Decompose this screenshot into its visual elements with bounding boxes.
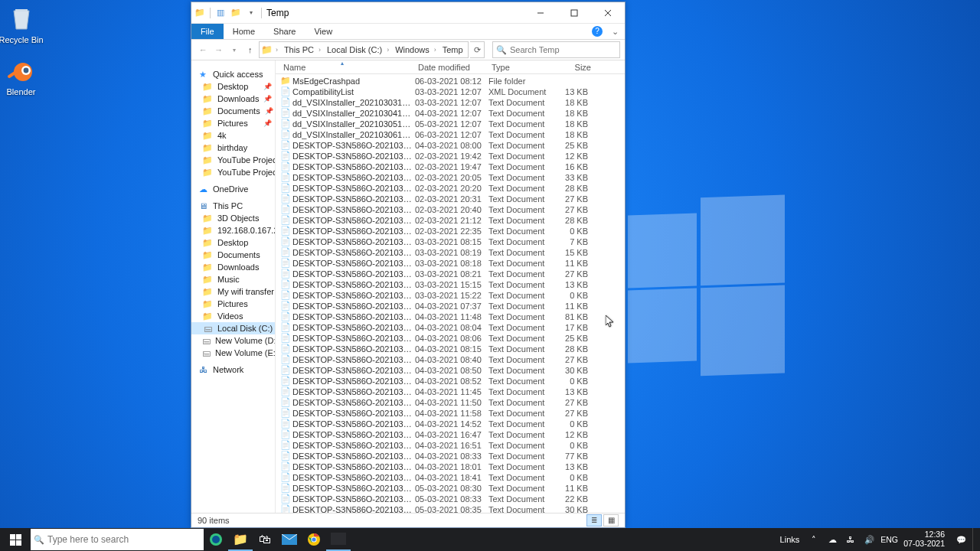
sidebar-item[interactable]: 📁My wifi transfer	[191, 285, 275, 298]
refresh-button[interactable]: ⟳	[470, 41, 485, 58]
taskbar-search-input[interactable]	[47, 534, 201, 545]
file-row[interactable]: 📄DESKTOP-S3N586O-20210302-194602-03-2021…	[280, 161, 625, 172]
sidebar-item[interactable]: 📁YouTube Projects	[191, 154, 275, 166]
tray-chevron-up-icon[interactable]: ˄	[807, 535, 821, 544]
file-row[interactable]: 📄DESKTOP-S3N586O-20210302-211202-03-2021…	[280, 215, 625, 226]
up-button[interactable]: ↑	[243, 42, 256, 57]
thumbnail-view-button[interactable]: ▦	[603, 514, 619, 527]
tray-language[interactable]: ENG	[880, 535, 894, 544]
sidebar-item[interactable]: 🖴New Volume (E:)	[191, 347, 275, 359]
back-button[interactable]: ←	[196, 42, 210, 57]
desktop-icon-blender[interactable]: Blender	[0, 52, 50, 96]
sidebar-item[interactable]: 📁Pictures📌	[191, 117, 275, 129]
file-row[interactable]: 📄DESKTOP-S3N586O-20210304-085004-03-2021…	[280, 365, 625, 376]
tab-home[interactable]: Home	[224, 24, 264, 39]
ribbon-expand-icon[interactable]: ⌄	[606, 24, 625, 39]
sidebar-item[interactable]: 🖴Local Disk (C:)	[191, 322, 275, 334]
file-row[interactable]: 📄DESKTOP-S3N586O-20210305-083005-03-2021…	[280, 483, 625, 494]
show-desktop-button[interactable]	[972, 528, 977, 551]
address-bar[interactable]: 📁 › This PC › Local Disk (C:) › Windows …	[259, 41, 469, 58]
file-row[interactable]: 📄DESKTOP-S3N586O-20210302-201902-03-2021…	[280, 183, 625, 194]
file-row[interactable]: 📄DESKTOP-S3N586O-20210304-080604-03-2021…	[280, 333, 625, 344]
titlebar[interactable]: 📁 ▥ 📁 ▾ Temp	[191, 2, 625, 24]
file-row[interactable]: 📄DESKTOP-S3N586O-20210302-194202-03-2021…	[280, 151, 625, 161]
help-button[interactable]: ?	[589, 24, 606, 39]
start-button[interactable]	[0, 528, 31, 551]
desktop[interactable]: Recycle Bin Blender 📁 ▥ 📁 ▾ Temp	[0, 0, 980, 551]
file-row[interactable]: 📄dd_VSIXInstaller_20210303120719_271403-…	[280, 97, 625, 108]
file-row[interactable]: 📄DESKTOP-S3N586O-20210304-073704-03-2021…	[280, 301, 625, 311]
taskbar-mail[interactable]	[277, 528, 302, 551]
file-row[interactable]: 📄CompatibilityList03-03-2021 12:07XML Do…	[280, 86, 625, 97]
chevron-right-icon[interactable]: ›	[317, 46, 322, 54]
file-row[interactable]: 📄DESKTOP-S3N586O-20210303-0818a03-03-202…	[280, 258, 625, 269]
file-row[interactable]: 📁MsEdgeCrashpad06-03-2021 08:12File fold…	[280, 76, 625, 86]
sidebar-item[interactable]: 📁Music	[191, 273, 275, 285]
column-name[interactable]: Name▴	[283, 63, 418, 72]
forward-button[interactable]: →	[211, 42, 225, 57]
file-row[interactable]: 📄DESKTOP-S3N586O-20210305-083305-03-2021…	[280, 494, 625, 504]
taskbar-search[interactable]: 🔍	[31, 529, 204, 550]
tab-share[interactable]: Share	[264, 24, 305, 39]
nav-sidebar[interactable]: ★Quick access 📁Desktop📌📁Downloads📌📁Docum…	[191, 60, 276, 512]
breadcrumb-temp[interactable]: Temp	[438, 45, 466, 54]
chevron-right-icon[interactable]: ›	[433, 46, 438, 54]
desktop-icon-recycle-bin[interactable]: Recycle Bin	[0, 0, 50, 44]
file-row[interactable]: 📄DESKTOP-S3N586O-20210302-200502-03-2021…	[280, 172, 625, 183]
file-row[interactable]: 📄DESKTOP-S3N586O-20210302-223502-03-2021…	[280, 226, 625, 236]
sidebar-network[interactable]: 🖧Network	[191, 364, 275, 376]
qat-properties-icon[interactable]: ▥	[215, 8, 226, 18]
qat-newfolder-icon[interactable]: 📁	[230, 8, 241, 18]
sidebar-item[interactable]: 🖴New Volume (D:)	[191, 334, 275, 347]
breadcrumb-drive[interactable]: Local Disk (C:)	[322, 45, 385, 54]
taskbar-unknown-app[interactable]	[326, 528, 351, 551]
sidebar-item[interactable]: 📁Desktop📌	[191, 80, 275, 93]
sidebar-item[interactable]: 📁birthday	[191, 142, 275, 154]
sidebar-onedrive[interactable]: ☁OneDrive	[191, 183, 275, 195]
file-row[interactable]: 📄DESKTOP-S3N586O-20210303-081803-03-2021…	[280, 247, 625, 258]
tab-file[interactable]: File	[191, 24, 224, 39]
column-date[interactable]: Date modified	[418, 63, 492, 72]
sidebar-item[interactable]: 📁3D Objects	[191, 212, 275, 224]
file-row[interactable]: 📄DESKTOP-S3N586O-20210302-193604-03-2021…	[280, 140, 625, 151]
recent-dropdown-icon[interactable]: ▾	[227, 42, 241, 57]
file-row[interactable]: 📄dd_VSIXInstaller_20210305120718_021405-…	[280, 119, 625, 129]
qat-dropdown-icon[interactable]: ▾	[246, 8, 256, 18]
tray-volume-icon[interactable]: 🔊	[862, 535, 876, 545]
taskbar-chrome[interactable]	[302, 528, 326, 551]
file-row[interactable]: 📄DESKTOP-S3N586O-20210302-203102-03-2021…	[280, 194, 625, 204]
breadcrumb-windows[interactable]: Windows	[390, 45, 433, 54]
tray-onedrive-icon[interactable]: ☁	[825, 535, 839, 544]
file-row[interactable]: 📄dd_VSIXInstaller_20210306120718_096806-…	[280, 129, 625, 140]
file-row[interactable]: 📄DESKTOP-S3N586O-20210304-085204-03-2021…	[280, 376, 625, 386]
file-row[interactable]: 📄DESKTOP-S3N586O-20210304-114504-03-2021…	[280, 386, 625, 397]
taskbar-file-explorer[interactable]: 📁	[228, 528, 253, 551]
file-row[interactable]: 📄DESKTOP-S3N586O-20210303-151503-03-2021…	[280, 279, 625, 290]
chevron-right-icon[interactable]: ›	[466, 46, 469, 54]
sidebar-item[interactable]: 📁YouTube Projects	[191, 166, 275, 178]
file-row[interactable]: 📄DESKTOP-S3N586O-20210304-184104-03-2021…	[280, 472, 625, 483]
minimize-button[interactable]	[524, 2, 557, 24]
column-type[interactable]: Type	[492, 63, 553, 72]
file-row[interactable]: 📄DESKTOP-S3N586O-20210304-115004-03-2021…	[280, 397, 625, 408]
chevron-right-icon[interactable]: ›	[274, 46, 279, 54]
file-row[interactable]: 📄DESKTOP-S3N586O-20210302-204002-03-2021…	[280, 204, 625, 215]
tray-notifications-icon[interactable]: 💬	[954, 535, 968, 545]
file-row[interactable]: 📄DESKTOP-S3N586O-20210304-081504-03-2021…	[280, 344, 625, 354]
tab-view[interactable]: View	[305, 24, 341, 39]
file-row[interactable]: 📄DESKTOP-S3N586O-20210303-082103-03-2021…	[280, 269, 625, 279]
search-input[interactable]	[510, 45, 616, 54]
file-list[interactable]: 📁MsEdgeCrashpad06-03-2021 08:12File fold…	[276, 74, 625, 513]
file-row[interactable]: 📄dd_VSIXInstaller_20210304120718_0d9804-…	[280, 108, 625, 119]
chevron-right-icon[interactable]: ›	[385, 46, 390, 54]
sidebar-item[interactable]: 📁Pictures	[191, 298, 275, 310]
file-row[interactable]: 📄DESKTOP-S3N586O-20210304-145204-03-2021…	[280, 419, 625, 429]
sidebar-quick-access[interactable]: ★Quick access	[191, 68, 275, 80]
file-row[interactable]: 📄DESKTOP-S3N586O-20210304-115804-03-2021…	[280, 408, 625, 419]
taskbar-store[interactable]: 🛍	[253, 528, 277, 551]
taskbar-edge[interactable]	[204, 528, 228, 551]
file-row[interactable]: 📄DESKTOP-S3N586O-20210304-083904-03-2021…	[280, 354, 625, 365]
file-row[interactable]: 📄DESKTOP-S3N586O-20210305-083505-03-2021…	[280, 504, 625, 513]
sidebar-item[interactable]: 📁Documents	[191, 249, 275, 261]
file-row[interactable]: 📄DESKTOP-S3N586O-20210303-081503-03-2021…	[280, 236, 625, 247]
